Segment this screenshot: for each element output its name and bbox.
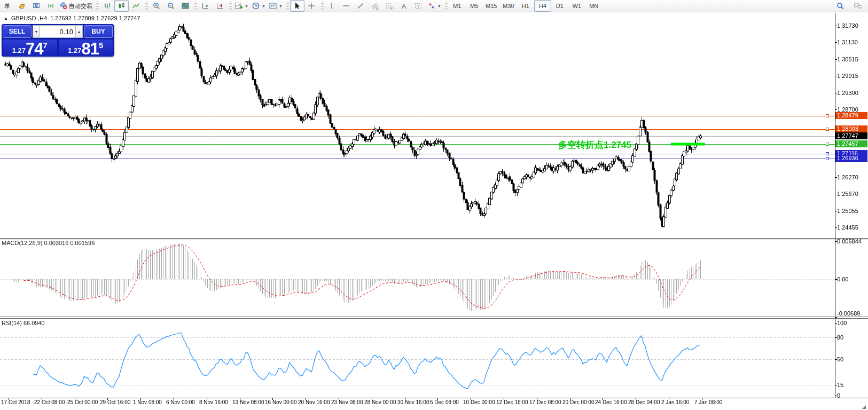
timeframe-h4-button[interactable]: H4 xyxy=(534,0,551,12)
auto-trading-button[interactable]: 自动交易 xyxy=(58,0,94,12)
text-button[interactable]: A xyxy=(397,0,411,12)
signal-button[interactable] xyxy=(43,0,58,12)
price-tag: 1.28479 xyxy=(835,112,867,119)
time-axis-label: 30 Nov 16:00 xyxy=(397,399,429,405)
corner-resize-icon: ◢ xyxy=(862,404,866,409)
auto-trading-button-label: 自动交易 xyxy=(69,2,92,10)
timeframe-mn-button[interactable]: MN xyxy=(585,0,603,12)
bar-chart-button[interactable] xyxy=(100,0,114,12)
profile-icon xyxy=(32,2,41,10)
zoom-out-button[interactable] xyxy=(163,0,178,12)
time-axis-label: 20 Nov 16:00 xyxy=(298,399,330,405)
axis-tick-label: 0.00 xyxy=(837,276,848,282)
hline-icon xyxy=(342,2,350,10)
timeframe-w1-button[interactable]: W1 xyxy=(568,0,585,12)
trendline-button[interactable] xyxy=(354,0,368,12)
chat-button[interactable] xyxy=(850,0,865,12)
zoom-in-button[interactable] xyxy=(149,0,163,12)
price-tag: 1.27457 xyxy=(835,140,867,147)
zoomout-icon xyxy=(167,2,175,10)
timeframe-m5-button[interactable]: M5 xyxy=(466,0,483,12)
sell-price-pip: 7 xyxy=(43,41,47,50)
time-axis-label: 20 Dec 00:00 xyxy=(562,399,595,405)
text-icon: A xyxy=(400,2,408,10)
label-button[interactable]: T xyxy=(411,0,426,12)
candlestick-chart-button[interactable] xyxy=(114,0,129,12)
chart-shift-button[interactable] xyxy=(213,0,227,12)
axis-tick-label: 1.29915 xyxy=(837,73,858,79)
label-icon: T xyxy=(414,2,423,10)
timeframe-m30-button[interactable]: M30 xyxy=(500,0,517,12)
axis-tick-label: -0.00689 xyxy=(837,310,860,317)
chart-annotation-text[interactable]: 多空转折点1.2745 xyxy=(558,139,631,151)
templates-button[interactable]: ▼ xyxy=(267,0,284,12)
dropdown-caret-icon: ▼ xyxy=(437,4,441,8)
one-click-trading-widget: SELL ▼ ▲ BUY 1.27747 1.27815 xyxy=(2,24,114,57)
search-button[interactable] xyxy=(833,0,847,12)
channel-button[interactable]: E xyxy=(368,0,382,12)
buy-price-big: 81 xyxy=(81,42,98,56)
crosshair-button[interactable] xyxy=(304,0,319,12)
new-order-button-label: 单 xyxy=(4,2,10,10)
periods-button[interactable]: ▼ xyxy=(250,0,267,12)
lot-size-input[interactable] xyxy=(40,25,75,38)
time-axis-label: 17 Dec 08:00 xyxy=(529,399,561,405)
rsi-indicator-label: RSI(14) 66.0940 xyxy=(2,320,45,326)
sell-button[interactable]: SELL xyxy=(3,25,32,38)
lot-decrease-button[interactable]: ▼ xyxy=(33,25,40,38)
tile-windows-button[interactable] xyxy=(178,0,192,12)
cursor-button[interactable] xyxy=(290,0,304,12)
lot-increase-button[interactable]: ▲ xyxy=(75,25,83,38)
toolbar-separator xyxy=(445,2,448,10)
vline-icon xyxy=(327,2,336,10)
timeframe-m1-button[interactable]: M1 xyxy=(449,0,466,12)
toolbar-right xyxy=(833,0,865,12)
toolbar-separator xyxy=(194,2,197,10)
indicators-button[interactable]: ▼ xyxy=(233,0,250,12)
profile-button[interactable] xyxy=(29,0,43,12)
time-axis-label: 28 Nov 00:00 xyxy=(364,399,396,405)
line-chart-button[interactable] xyxy=(129,0,143,12)
vertical-line-button[interactable] xyxy=(325,0,339,12)
chart-canvas[interactable] xyxy=(0,0,868,410)
time-axis-label: 7 Jan 08:00 xyxy=(694,399,722,405)
auto-scroll-button[interactable] xyxy=(198,0,213,12)
time-axis-label: 1 Nov 08:00 xyxy=(133,399,162,405)
chat-icon xyxy=(853,2,863,10)
dropdown-caret-icon: ▼ xyxy=(245,4,248,8)
svg-text:E: E xyxy=(377,7,379,10)
time-axis-label: 22 Oct 08:00 xyxy=(34,399,65,405)
time-axis-label: 25 Oct 00:00 xyxy=(67,399,98,405)
fibonacci-button[interactable]: F xyxy=(382,0,397,12)
price-tag: 1.26936 xyxy=(835,155,867,162)
new-order-button[interactable]: 单 xyxy=(0,0,14,12)
dropdown-caret-icon: ▼ xyxy=(262,4,265,8)
arrows-icon xyxy=(427,2,436,10)
time-axis-label: 10 Dec 00:00 xyxy=(463,399,495,405)
gold-bar-icon-button[interactable] xyxy=(14,0,29,12)
chart-symbol-period: GBPUSD-,H4 xyxy=(11,15,47,21)
svg-text:A: A xyxy=(402,3,406,10)
chartshift-icon xyxy=(216,2,224,10)
collapse-icon: ▲ xyxy=(4,16,8,21)
time-axis-label: 23 Nov 08:00 xyxy=(331,399,363,405)
axis-tick-label: 1.29300 xyxy=(837,90,858,96)
horizontal-line-button[interactable] xyxy=(339,0,354,12)
toolbar-separator xyxy=(286,2,289,10)
axis-tick-label: 1.31730 xyxy=(837,22,858,29)
time-axis-label: 6 Nov 00:00 xyxy=(166,399,195,405)
timeframe-d1-button[interactable]: D1 xyxy=(551,0,568,12)
signal-icon xyxy=(46,2,55,10)
arrows-button[interactable]: ▼ xyxy=(426,0,443,12)
macd-indicator-label: MACD(12,26,9) 0.003016 0.001596 xyxy=(2,240,95,246)
axis-tick-label: 1.24455 xyxy=(837,224,858,231)
timeframe-m15-button[interactable]: M15 xyxy=(483,0,500,12)
time-axis-label: 29 Oct 16:00 xyxy=(100,399,130,405)
autoscroll-icon xyxy=(201,2,210,10)
toolbar-separator xyxy=(321,2,324,10)
timeframe-h1-button[interactable]: H1 xyxy=(517,0,534,12)
axis-tick-label: 1.31130 xyxy=(837,39,858,45)
buy-button[interactable]: BUY xyxy=(84,25,113,38)
sell-price-panel[interactable]: 1.27747 xyxy=(3,40,57,57)
buy-price-panel[interactable]: 1.27815 xyxy=(59,40,113,57)
